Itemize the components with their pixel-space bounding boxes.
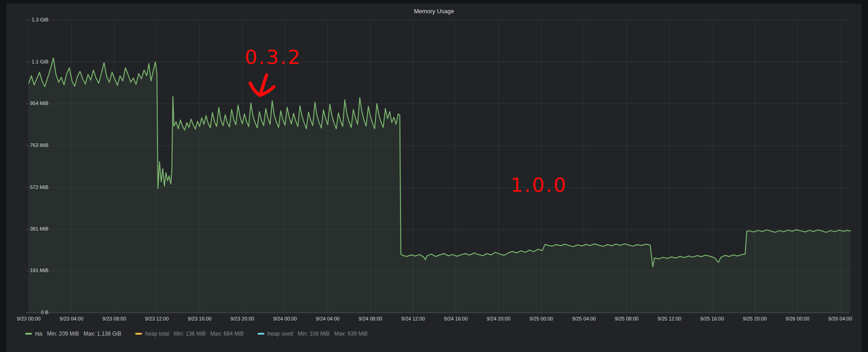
x-axis-label: 9/23 04:00 (51, 316, 92, 321)
series-min: Min: 108 MiB (298, 331, 330, 337)
y-axis-label: 1.1 GiB (11, 59, 52, 64)
x-axis-label: 9/23 20:00 (222, 316, 263, 321)
y-axis-label: 381 MiB (11, 226, 52, 231)
annotation-version-0-3-2: 0.3.2 (245, 46, 301, 68)
x-axis-label: 9/25 08:00 (606, 316, 647, 321)
series-color-swatch-heap-used (258, 333, 264, 335)
memory-usage-panel: Memory Usage 0 B191 MiB381 MiB572 MiB763… (6, 4, 862, 352)
x-axis-label: 9/26 04:00 (820, 316, 861, 321)
annotation-text: 1.0.0 (510, 173, 567, 196)
x-axis-label: 9/24 16:00 (435, 316, 476, 321)
series-name: heap total (145, 331, 169, 337)
annotation-arrow-down-icon (245, 70, 281, 102)
y-axis-label: 572 MiB (11, 184, 52, 190)
series-color-swatch-rss (25, 333, 32, 335)
y-axis-label: 0 B (11, 310, 52, 315)
x-axis-label: 9/24 04:00 (307, 316, 348, 321)
legend-item-heap-used[interactable]: heap used Min: 108 MiB Max: 639 MiB (258, 331, 372, 337)
x-axis-label: 9/23 16:00 (179, 316, 220, 321)
x-axis-label: 9/24 12:00 (393, 316, 434, 321)
x-axis-label: 9/25 12:00 (649, 316, 690, 321)
annotation-version-1-0-0: 1.0.0 (510, 173, 567, 196)
y-axis-label: 763 MiB (11, 142, 52, 148)
x-axis-label: 9/23 00:00 (8, 316, 49, 321)
plot-area: 0 B191 MiB381 MiB572 MiB763 MiB954 MiB1.… (29, 20, 849, 313)
x-axis-label: 9/25 00:00 (521, 316, 562, 321)
series-max: Max: 1.138 GiB (84, 331, 121, 337)
series-area-rss (29, 58, 850, 313)
x-axis-label: 9/25 20:00 (734, 316, 775, 321)
x-axis-label: 9/23 12:00 (137, 316, 178, 321)
annotation-text: 0.3.2 (245, 46, 301, 68)
y-axis-label: 954 MiB (11, 100, 52, 106)
y-axis-label: 1.3 GiB (11, 17, 52, 22)
legend: rss Min: 209 MiB Max: 1.138 GiB heap tot… (25, 329, 381, 339)
y-axis-label: 191 MiB (11, 268, 52, 273)
series-min: Min: 209 MiB (47, 331, 79, 337)
x-axis-label: 9/25 16:00 (692, 316, 733, 321)
x-axis-label: 9/24 00:00 (264, 316, 305, 321)
x-axis-label: 9/26 00:00 (777, 316, 818, 321)
panel-title[interactable]: Memory Usage (6, 5, 862, 17)
series-max: Max: 639 MiB (334, 331, 368, 337)
x-axis-label: 9/24 20:00 (478, 316, 519, 321)
time-series-plot[interactable] (29, 20, 849, 313)
x-axis-label: 9/25 04:00 (563, 316, 605, 321)
x-axis-label: 9/24 08:00 (350, 316, 391, 321)
series-min: Min: 136 MiB (174, 331, 205, 337)
legend-item-heap-total[interactable]: heap total Min: 136 MiB Max: 684 MiB (135, 331, 248, 337)
series-name: heap used (268, 331, 293, 337)
x-axis-label: 9/23 08:00 (94, 316, 135, 321)
series-name: rss (35, 331, 42, 337)
legend-item-rss[interactable]: rss Min: 209 MiB Max: 1.138 GiB (25, 331, 126, 337)
series-color-swatch-heap-total (135, 333, 142, 335)
series-max: Max: 684 MiB (210, 331, 244, 337)
